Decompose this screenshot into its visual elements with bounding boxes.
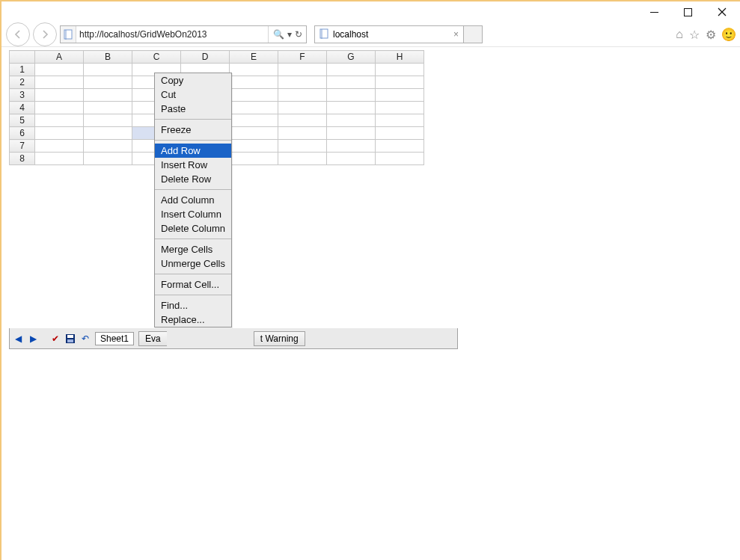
commit-check-icon[interactable]: ✔ xyxy=(50,333,61,344)
cell-H7[interactable] xyxy=(376,140,424,153)
cell-F2[interactable] xyxy=(278,76,327,89)
address-bar[interactable]: http://localhost/GridWebOn2013 🔍 ▾ ↻ xyxy=(60,25,307,43)
cell-H3[interactable] xyxy=(376,89,424,102)
row-header-8[interactable]: 8 xyxy=(10,153,35,165)
address-url[interactable]: http://localhost/GridWebOn2013 xyxy=(76,29,268,40)
cell-H8[interactable] xyxy=(376,153,424,165)
cell-F8[interactable] xyxy=(278,153,327,165)
browser-tab-active[interactable]: localhost × xyxy=(314,25,464,43)
col-header-D[interactable]: D xyxy=(181,51,230,64)
menu-item-unmerge-cells[interactable]: Unmerge Cells xyxy=(155,256,231,271)
cell-A2[interactable] xyxy=(35,76,84,89)
undo-icon[interactable]: ↶ xyxy=(80,333,91,344)
menu-item-merge-cells[interactable]: Merge Cells xyxy=(155,242,231,256)
window-maximize-button[interactable] xyxy=(671,1,705,22)
tab-close-icon[interactable]: × xyxy=(453,29,459,40)
col-header-G[interactable]: G xyxy=(327,51,376,64)
col-header-F[interactable]: F xyxy=(278,51,327,64)
eval-button-fragment[interactable]: Eva xyxy=(138,331,167,346)
window-close-button[interactable] xyxy=(705,1,739,22)
grid-corner[interactable] xyxy=(10,51,35,64)
cell-F3[interactable] xyxy=(278,89,327,102)
context-menu[interactable]: CopyCutPasteFreezeAdd RowInsert RowDelet… xyxy=(154,73,232,327)
cell-B3[interactable] xyxy=(84,89,132,102)
next-sheet-icon[interactable]: ▶ xyxy=(28,333,38,344)
cell-E5[interactable] xyxy=(230,114,278,127)
cell-F5[interactable] xyxy=(278,114,327,127)
menu-item-format-cell[interactable]: Format Cell... xyxy=(155,277,231,292)
menu-item-delete-row[interactable]: Delete Row xyxy=(155,172,231,186)
favorite-icon[interactable]: ☆ xyxy=(689,28,700,42)
feedback-smile-icon[interactable]: 🙂 xyxy=(722,28,736,41)
cell-H4[interactable] xyxy=(376,102,424,114)
window-minimize-button[interactable] xyxy=(637,1,671,22)
cell-A3[interactable] xyxy=(35,89,84,102)
cell-G1[interactable] xyxy=(327,64,376,76)
row-header-2[interactable]: 2 xyxy=(10,76,35,89)
menu-item-find[interactable]: Find... xyxy=(155,298,231,313)
col-header-H[interactable]: H xyxy=(376,51,424,64)
cell-E1[interactable] xyxy=(230,64,278,76)
col-header-C[interactable]: C xyxy=(132,51,181,64)
cell-G8[interactable] xyxy=(327,153,376,165)
cell-E8[interactable] xyxy=(230,153,278,165)
cell-B5[interactable] xyxy=(84,114,132,127)
cell-B7[interactable] xyxy=(84,140,132,153)
row-header-4[interactable]: 4 xyxy=(10,102,35,114)
menu-item-add-column[interactable]: Add Column xyxy=(155,193,231,207)
cell-H5[interactable] xyxy=(376,114,424,127)
cell-G7[interactable] xyxy=(327,140,376,153)
home-icon[interactable]: ⌂ xyxy=(676,28,683,41)
row-header-5[interactable]: 5 xyxy=(10,114,35,127)
cell-B8[interactable] xyxy=(84,153,132,165)
cell-F4[interactable] xyxy=(278,102,327,114)
menu-item-paste[interactable]: Paste xyxy=(155,102,231,116)
menu-item-insert-row[interactable]: Insert Row xyxy=(155,158,231,172)
menu-item-copy[interactable]: Copy xyxy=(155,73,231,87)
cell-F7[interactable] xyxy=(278,140,327,153)
row-header-3[interactable]: 3 xyxy=(10,89,35,102)
cell-E7[interactable] xyxy=(230,140,278,153)
cell-A8[interactable] xyxy=(35,153,84,165)
col-header-B[interactable]: B xyxy=(84,51,132,64)
menu-item-replace[interactable]: Replace... xyxy=(155,313,231,327)
row-header-1[interactable]: 1 xyxy=(10,64,35,76)
cell-E6[interactable] xyxy=(230,127,278,140)
menu-item-cut[interactable]: Cut xyxy=(155,87,231,102)
cell-A7[interactable] xyxy=(35,140,84,153)
cell-A1[interactable] xyxy=(35,64,84,76)
row-header-6[interactable]: 6 xyxy=(10,127,35,140)
cell-E2[interactable] xyxy=(230,76,278,89)
cell-E3[interactable] xyxy=(230,89,278,102)
cell-G4[interactable] xyxy=(327,102,376,114)
cell-H6[interactable] xyxy=(376,127,424,140)
cell-G2[interactable] xyxy=(327,76,376,89)
cell-F1[interactable] xyxy=(278,64,327,76)
cell-G3[interactable] xyxy=(327,89,376,102)
warning-button[interactable]: t Warning xyxy=(254,331,305,346)
cell-B2[interactable] xyxy=(84,76,132,89)
prev-sheet-icon[interactable]: ◀ xyxy=(13,333,23,344)
cell-H1[interactable] xyxy=(376,64,424,76)
cell-F6[interactable] xyxy=(278,127,327,140)
address-search-segment[interactable]: 🔍 ▾ ↻ xyxy=(268,26,306,43)
settings-icon[interactable]: ⚙ xyxy=(706,28,716,42)
cell-B1[interactable] xyxy=(84,64,132,76)
menu-item-add-row[interactable]: Add Row xyxy=(155,144,231,158)
nav-back-button[interactable] xyxy=(6,22,30,46)
cell-B4[interactable] xyxy=(84,102,132,114)
col-header-A[interactable]: A xyxy=(35,51,84,64)
new-tab-button[interactable] xyxy=(464,25,483,43)
cell-G5[interactable] xyxy=(327,114,376,127)
cell-G6[interactable] xyxy=(327,127,376,140)
menu-item-delete-column[interactable]: Delete Column xyxy=(155,221,231,236)
cell-A5[interactable] xyxy=(35,114,84,127)
cell-H2[interactable] xyxy=(376,76,424,89)
col-header-E[interactable]: E xyxy=(230,51,278,64)
row-header-7[interactable]: 7 xyxy=(10,140,35,153)
sheet-tab[interactable]: Sheet1 xyxy=(95,332,134,345)
cell-B6[interactable] xyxy=(84,127,132,140)
cell-E4[interactable] xyxy=(230,102,278,114)
nav-forward-button[interactable] xyxy=(33,22,57,46)
menu-item-insert-column[interactable]: Insert Column xyxy=(155,207,231,221)
